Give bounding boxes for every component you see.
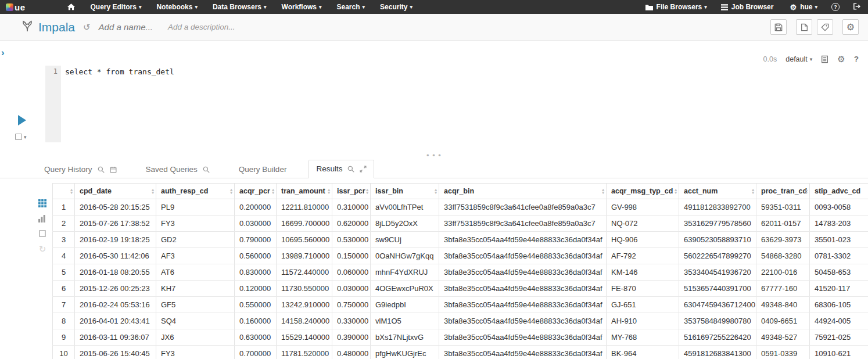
snippet-type-menu[interactable]: ▾ xyxy=(15,134,27,140)
table-cell: 33ff7531859c8f9c3a641cfee0a8fe859a0a3c7 xyxy=(439,199,607,216)
column-header-label: issr_pcr xyxy=(337,187,365,195)
tab-results[interactable]: Results xyxy=(309,160,374,178)
caret-down-icon: ▾ xyxy=(363,4,365,10)
sort-desc-icon[interactable]: ▾ xyxy=(435,191,437,194)
sort-desc-icon[interactable]: ▾ xyxy=(602,191,604,194)
column-header-acqr_bin[interactable]: acqr_bin▴▾ xyxy=(439,184,607,199)
caret-down-icon: ▾ xyxy=(410,4,413,10)
code-editor[interactable]: 1 select * from trans_detl xyxy=(45,66,684,142)
nav-user-menu[interactable]: ⚙ hue ▾ xyxy=(783,3,824,11)
home-icon[interactable] xyxy=(59,3,83,10)
nav-search[interactable]: Search ▾ xyxy=(329,3,373,11)
sort-desc-icon[interactable]: ▾ xyxy=(272,191,274,194)
execute-query-button[interactable] xyxy=(18,115,26,125)
snippet-settings-icon[interactable]: ⚙ xyxy=(837,55,845,63)
settings-button[interactable]: ⚙ xyxy=(842,19,859,35)
results-tabs: Query History Saved Queries Query Builde… xyxy=(0,159,868,178)
query-description-field[interactable]: Add a description... xyxy=(168,23,235,31)
tab-query-builder[interactable]: Query Builder xyxy=(232,161,294,178)
nav-security[interactable]: Security ▾ xyxy=(372,3,420,11)
sort-desc-icon[interactable]: ▾ xyxy=(752,191,754,194)
loading-spinner-icon: ↻ xyxy=(39,245,46,253)
chart-view-icon[interactable] xyxy=(38,215,46,222)
panel-resize-handle[interactable]: • • • xyxy=(0,152,868,159)
table-cell: KH7 xyxy=(156,281,235,297)
nav-data-browsers[interactable]: Data Browsers ▾ xyxy=(205,3,274,11)
table-cell: 41520-117 xyxy=(810,281,868,297)
grid-view-icon[interactable] xyxy=(38,199,46,207)
sort-desc-icon[interactable]: ▾ xyxy=(70,191,73,194)
column-header-issr_bin[interactable]: issr_bin▴▾ xyxy=(371,184,439,199)
search-icon[interactable] xyxy=(98,166,105,173)
column-header-proc_tran_cd[interactable]: proc_tran_cd▴▾ xyxy=(756,184,810,199)
sort-desc-icon[interactable]: ▾ xyxy=(805,191,808,194)
search-icon[interactable] xyxy=(347,166,354,173)
sort-icons[interactable]: ▴▾ xyxy=(602,188,604,194)
calendar-icon[interactable] xyxy=(110,166,117,173)
database-selector[interactable]: default ▾ xyxy=(785,55,812,63)
query-history-icon[interactable]: ↺ xyxy=(83,22,91,33)
expand-icon[interactable] xyxy=(360,166,367,173)
nav-workflows[interactable]: Workflows ▾ xyxy=(274,3,329,11)
column-header-label: tran_amount xyxy=(281,187,325,195)
column-header-acqr_msg_typ_cd[interactable]: acqr_msg_typ_cd▴▾ xyxy=(607,184,679,199)
nav-file-browsers[interactable]: File Browsers ▾ xyxy=(639,3,714,11)
column-header-stip_advc_cd[interactable]: stip_advc_cd▴▾ xyxy=(810,184,868,199)
sort-desc-icon[interactable]: ▾ xyxy=(328,191,330,194)
table-cell: 2015-06-26 15:40:45 xyxy=(75,346,156,359)
logout-button[interactable] xyxy=(847,3,868,12)
hue-logo[interactable]: ue xyxy=(0,2,31,12)
query-name-field[interactable]: Add a name... xyxy=(99,22,153,32)
help-icon[interactable]: ? xyxy=(854,55,859,63)
tags-button[interactable] xyxy=(817,19,833,35)
sort-icons[interactable]: ▴▾ xyxy=(328,188,330,194)
row-number: 8 xyxy=(53,313,75,329)
sort-icons[interactable]: ▴▾ xyxy=(435,188,437,194)
sort-desc-icon[interactable]: ▾ xyxy=(366,191,368,194)
table-cell: FE-870 xyxy=(607,281,679,297)
editor-gutter: 1 xyxy=(45,66,61,142)
help-button[interactable]: ? xyxy=(824,3,847,11)
tab-saved-queries[interactable]: Saved Queries xyxy=(139,161,217,178)
save-button[interactable] xyxy=(770,19,787,35)
column-header-acqr_pcr[interactable]: acqr_pcr▴▾ xyxy=(235,184,277,199)
nav-query-editors[interactable]: Query Editors ▾ xyxy=(83,3,149,11)
column-header-label: acct_num xyxy=(684,187,718,195)
sort-icons[interactable]: ▴▾ xyxy=(752,188,754,194)
tab-query-history[interactable]: Query History xyxy=(37,161,124,178)
search-icon[interactable] xyxy=(203,166,210,173)
sort-icons[interactable]: ▴▾ xyxy=(675,188,677,194)
new-document-button[interactable] xyxy=(796,19,812,35)
table-cell: 0OaNHGw7gKqq xyxy=(371,248,439,264)
sort-desc-icon[interactable]: ▾ xyxy=(152,191,154,194)
table-row: 72016-02-24 05:53:16GF50.55000013242.910… xyxy=(53,297,868,313)
column-header-issr_pcr[interactable]: issr_pcr▴▾ xyxy=(332,184,371,199)
column-header-acct_num[interactable]: acct_num▴▾ xyxy=(679,184,756,199)
table-cell: 5602226547899270 xyxy=(679,248,756,264)
column-header-rownum[interactable]: ▴▾ xyxy=(53,184,75,199)
results-table-container[interactable]: ▴▾cpd_date▴▾auth_resp_cd▴▾acqr_pcr▴▾tran… xyxy=(52,183,868,359)
sort-icons[interactable]: ▴▾ xyxy=(230,188,232,194)
sort-desc-icon[interactable]: ▾ xyxy=(230,191,232,194)
sort-icons[interactable]: ▴▾ xyxy=(152,188,154,194)
table-cell: 33ff7531859c8f9c3a641cfee0a8fe859a0a3c7 xyxy=(439,216,607,232)
sort-desc-icon[interactable]: ▾ xyxy=(675,191,677,194)
table-cell: NQ-072 xyxy=(607,216,679,232)
table-row: 42016-05-30 11:42:06AF30.56000013989.710… xyxy=(53,248,868,264)
nav-notebooks[interactable]: Notebooks ▾ xyxy=(149,3,205,11)
table-cell: 11730.550000 xyxy=(277,281,332,297)
sort-icons[interactable]: ▴▾ xyxy=(272,188,274,194)
table-cell: 10910-621 xyxy=(810,346,868,359)
query-snippet: 0.0s default ▾ ⚙ ? ▾ 1 select * from tra… xyxy=(0,41,868,152)
table-cell: 10695.560000 xyxy=(277,232,332,248)
column-header-auth_resp_cd[interactable]: auth_resp_cd▴▾ xyxy=(156,184,235,199)
column-header-tran_amount[interactable]: tran_amount▴▾ xyxy=(277,184,332,199)
nav-job-browser[interactable]: Job Browser xyxy=(714,3,783,11)
sort-icons[interactable]: ▴▾ xyxy=(70,188,73,194)
sort-icons[interactable]: ▴▾ xyxy=(805,188,808,194)
column-header-cpd_date[interactable]: cpd_date▴▾ xyxy=(75,184,156,199)
table-row: 82016-04-01 20:43:41SQ40.16000014158.240… xyxy=(53,313,868,329)
sort-icons[interactable]: ▴▾ xyxy=(366,188,368,194)
map-view-icon[interactable] xyxy=(39,230,46,237)
explain-icon[interactable] xyxy=(821,55,828,63)
